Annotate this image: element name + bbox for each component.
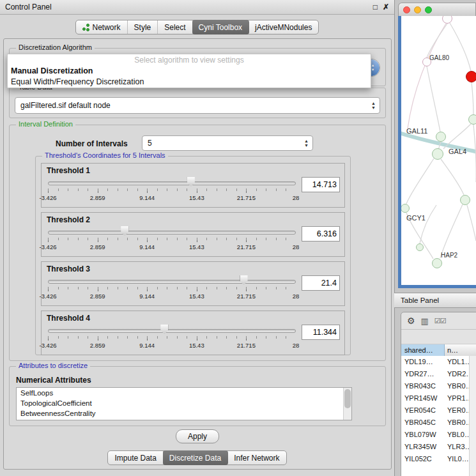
cyni-toolbox-panel: Discretization Algorithm ▲ ▼ Select algo… xyxy=(3,38,392,470)
table-row[interactable]: YER054C YER0… xyxy=(401,404,476,417)
slider-track[interactable] xyxy=(48,280,296,284)
slider-scale: -3.426 2.859 9.144 15.43 21.715 28 xyxy=(48,342,296,349)
threshold-1-label: Threshold 1 xyxy=(47,166,90,175)
control-panel-window: Control Panel □ ✗ Network Style Select C… xyxy=(0,0,395,476)
close-traffic-light[interactable] xyxy=(403,6,410,13)
slider-minor-ticks xyxy=(48,238,296,240)
attributes-group-label: Attributes to discretize xyxy=(16,362,90,369)
tab-select[interactable]: Select xyxy=(158,20,192,34)
table-row[interactable]: YIL052C YIL0… xyxy=(401,453,476,465)
cell[interactable]: YDR27… xyxy=(401,368,445,380)
dropdown-option-equal-width-frequency[interactable]: Equal Width/Frequency Discretization xyxy=(8,77,371,88)
threshold-2-label: Threshold 2 xyxy=(47,215,90,224)
network-node[interactable] xyxy=(436,132,446,142)
close-icon[interactable]: ✗ xyxy=(383,3,389,12)
threshold-4-label: Threshold 4 xyxy=(47,314,90,323)
minimize-traffic-light[interactable] xyxy=(414,6,421,13)
column-header-name[interactable]: n… xyxy=(445,344,476,356)
threshold-2-value-field[interactable] xyxy=(302,226,340,242)
tab-infer-network[interactable]: Infer Network xyxy=(227,451,286,464)
number-of-intervals-combobox[interactable]: 5 ▲▼ xyxy=(142,135,313,151)
list-item[interactable]: TopologicalCoefficient xyxy=(17,398,351,408)
threshold-4-value-field[interactable] xyxy=(302,325,340,340)
threshold-3-label: Threshold 3 xyxy=(47,265,90,273)
threshold-2-slider[interactable]: -3.426 2.859 9.144 15.43 21.715 28 xyxy=(48,226,296,252)
tab-network[interactable]: Network xyxy=(76,20,128,34)
network-node-gal4[interactable] xyxy=(432,148,443,160)
thresholds-group-label: Threshold's Coordinates for 5 Intervals xyxy=(42,151,168,159)
tab-jactivemnodules[interactable]: jActiveMNodules xyxy=(249,20,318,34)
columns-icon[interactable]: ▥ xyxy=(421,317,429,325)
tab-impute-data[interactable]: Impute Data xyxy=(108,451,163,464)
threshold-1-panel: Threshold 1 -3.426 2.859 9.144 15.43 21.… xyxy=(41,163,345,208)
slider-track[interactable] xyxy=(48,329,296,333)
cell[interactable]: YIL052C xyxy=(401,453,445,465)
table-data-selected-value: galFiltered.sif default node xyxy=(20,101,111,110)
cell[interactable]: YLR345W xyxy=(401,441,445,453)
apply-button[interactable]: Apply xyxy=(176,429,219,443)
table-row[interactable]: YBL079W YBL0… xyxy=(401,429,476,441)
node-label-hap2: HAP2 xyxy=(441,252,457,259)
cell[interactable]: YER054C xyxy=(401,404,445,417)
zoom-traffic-light[interactable] xyxy=(425,6,432,13)
cell[interactable]: YBL079W xyxy=(401,429,445,441)
threshold-1-slider[interactable]: -3.426 2.859 9.144 15.43 21.715 28 xyxy=(48,176,296,203)
network-node[interactable] xyxy=(416,243,424,251)
tab-label: Select xyxy=(164,23,185,32)
table-secondary-bar xyxy=(401,330,476,344)
table-row[interactable]: YBR045C YBR0… xyxy=(401,417,476,429)
threshold-1-value-field[interactable] xyxy=(302,177,340,192)
slider-track[interactable] xyxy=(48,181,296,185)
table-toolbar: ⚙ ▥ ☑☑ xyxy=(401,312,476,330)
tab-label: Discretize Data xyxy=(169,454,221,463)
network-canvas[interactable]: GAL80 GAL11 GAL4 GCY1 HAP2 xyxy=(401,16,476,285)
threshold-4-panel: Threshold 4 -3.426 2.859 9.144 15.43 21.… xyxy=(41,311,345,355)
network-node[interactable] xyxy=(468,114,476,125)
tab-style[interactable]: Style xyxy=(128,20,158,34)
table-row[interactable]: YBR043C YBR0… xyxy=(401,380,476,392)
attributes-list[interactable]: SelfLoops TopologicalCoefficient Between… xyxy=(16,387,352,420)
network-node[interactable] xyxy=(460,195,470,205)
algorithm-group-label: Discretization Algorithm xyxy=(16,43,95,51)
dropdown-option-manual-discretization[interactable]: Manual Discretization xyxy=(8,66,371,77)
slider-scale: -3.426 2.859 9.144 15.43 21.715 28 xyxy=(48,243,296,250)
select-columns-icon[interactable]: ☑☑ xyxy=(434,318,446,325)
table-row[interactable]: YPR145W YPR1… xyxy=(401,392,476,404)
cell[interactable]: YDL19… xyxy=(401,356,445,368)
gear-icon[interactable]: ⚙ xyxy=(407,316,415,325)
column-header-shared-name[interactable]: shared… xyxy=(401,344,445,356)
cell[interactable]: YPR145W xyxy=(401,392,445,404)
table-scrollbar[interactable] xyxy=(469,356,476,476)
table-data-group: Table Data galFiltered.sif default node … xyxy=(9,88,386,118)
control-panel-titlebar: Control Panel □ ✗ xyxy=(0,0,394,15)
node-label-gcy1: GCY1 xyxy=(406,214,426,222)
network-node-hap2[interactable] xyxy=(432,258,442,268)
restore-icon[interactable]: □ xyxy=(373,3,378,12)
table-body[interactable]: YDL19… YDL1… YDR27… YDR2… YBR043C YBR0… … xyxy=(401,356,476,476)
cell[interactable]: YBR045C xyxy=(401,417,445,429)
combo-stepper-icon[interactable]: ▲▼ xyxy=(369,100,378,111)
combo-stepper-icon[interactable]: ▲▼ xyxy=(302,137,311,149)
table-row[interactable]: YDL19… YDL1… xyxy=(401,356,476,368)
tab-label: Cyni Toolbox xyxy=(199,23,242,32)
slider-track[interactable] xyxy=(48,231,296,234)
list-item[interactable]: BetweennessCentrality xyxy=(17,408,351,418)
tab-discretize-data[interactable]: Discretize Data xyxy=(163,450,228,465)
table-panel-window: ⚙ ▥ ☑☑ shared… n… YDL19… YDL1… YDR27… YD… xyxy=(401,312,476,476)
table-data-combobox[interactable]: galFiltered.sif default node ▲▼ xyxy=(15,97,380,114)
list-scrollbar[interactable] xyxy=(343,388,351,420)
threshold-3-slider[interactable]: -3.426 2.859 9.144 15.43 21.715 28 xyxy=(48,275,296,302)
list-item[interactable]: SelfLoops xyxy=(17,388,351,398)
threshold-3-value-field[interactable] xyxy=(302,275,340,291)
table-row[interactable]: YDR27… YDR2… xyxy=(401,368,476,380)
algorithm-placeholder: Select algorithm to view settings xyxy=(8,54,371,66)
cell[interactable]: YBR043C xyxy=(401,380,445,392)
network-node-selected[interactable] xyxy=(466,71,476,82)
tab-cyni-toolbox[interactable]: Cyni Toolbox xyxy=(192,20,249,35)
table-row[interactable]: YLR345W YLR3… xyxy=(401,441,476,453)
network-window-titlebar[interactable] xyxy=(398,3,476,17)
algorithm-dropdown-popup: Select algorithm to view settings Manual… xyxy=(7,54,371,88)
threshold-4-slider[interactable]: -3.426 2.859 9.144 15.43 21.715 28 xyxy=(48,324,296,351)
node-label-gal80: GAL80 xyxy=(429,54,449,61)
network-view-window: GAL80 GAL11 GAL4 GCY1 HAP2 xyxy=(398,3,476,288)
